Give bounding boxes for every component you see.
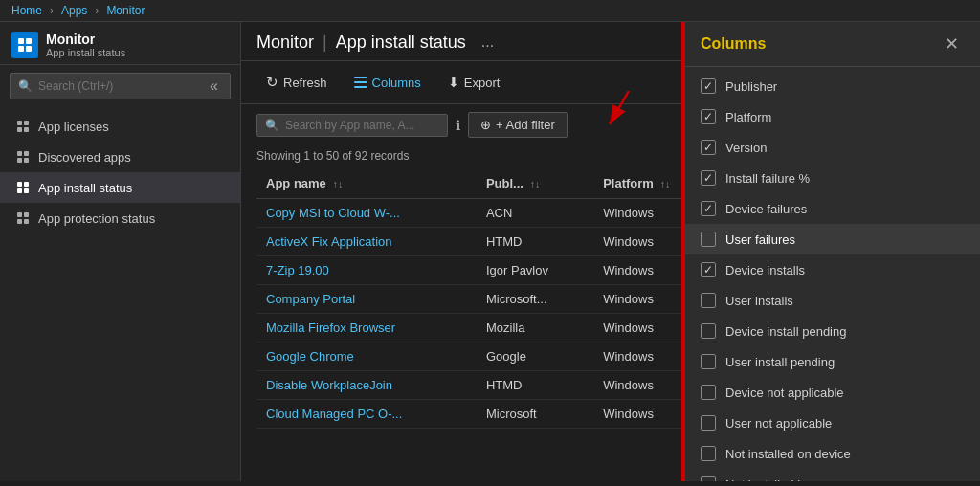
checkbox-publisher[interactable]: ✓ <box>701 78 716 94</box>
breadcrumb-current: Monitor <box>106 4 145 17</box>
export-icon: ⬇ <box>448 75 459 90</box>
app-protection-status-label: App protection status <box>38 211 155 226</box>
column-item-device-installs[interactable]: ✓ Device installs <box>685 254 980 285</box>
breadcrumb-apps[interactable]: Apps <box>61 4 87 17</box>
refresh-button[interactable]: ↻ Refresh <box>256 69 337 96</box>
cell-app-name[interactable]: Company Portal <box>256 285 477 314</box>
column-item-publisher[interactable]: ✓ Publisher <box>685 71 980 101</box>
app-licenses-icon <box>15 119 31 134</box>
column-item-not-installed-on-device[interactable]: Not installed on device <box>685 438 980 469</box>
breadcrumb-home[interactable]: Home <box>11 4 42 17</box>
column-label-device-install-pending: Device install pending <box>725 324 846 339</box>
sidebar-collapse-button[interactable]: « <box>206 77 222 95</box>
checkbox-user-not-applicable[interactable] <box>701 415 716 431</box>
cell-app-name[interactable]: 7-Zip 19.00 <box>256 256 477 285</box>
col-header-app-name[interactable]: App name ↑↓ <box>256 168 477 199</box>
svg-rect-19 <box>24 219 29 224</box>
column-item-device-failures[interactable]: ✓ Device failures <box>685 193 980 224</box>
checkbox-device-failures[interactable]: ✓ <box>701 201 716 216</box>
svg-rect-11 <box>24 158 29 163</box>
svg-rect-7 <box>24 127 29 132</box>
checkbox-install-failure-pct[interactable]: ✓ <box>701 170 716 186</box>
sidebar-title: Monitor <box>46 32 125 47</box>
checkbox-device-not-applicable[interactable] <box>701 385 716 400</box>
refresh-icon: ↻ <box>266 74 278 91</box>
column-label-install-failure-pct: Install failure % <box>725 171 810 186</box>
add-filter-button[interactable]: ⊕ + Add filter <box>468 112 568 138</box>
column-item-not-installed-by-user[interactable]: Not installed by user <box>685 469 980 481</box>
column-item-device-install-pending[interactable]: Device install pending <box>685 316 980 346</box>
svg-rect-4 <box>17 121 22 125</box>
checkbox-version[interactable]: ✓ <box>701 140 716 155</box>
columns-label: Columns <box>372 76 421 90</box>
discovered-apps-label: Discovered apps <box>38 150 131 165</box>
cell-app-name[interactable]: Mozilla Firefox Browser <box>256 314 477 342</box>
svg-rect-12 <box>17 182 22 187</box>
columns-list: ✓ Publisher ✓ Platform ✓ Version ✓ Insta… <box>685 67 980 481</box>
check-mark: ✓ <box>703 263 713 276</box>
cell-app-name[interactable]: Disable WorkplaceJoin <box>256 371 477 400</box>
svg-rect-21 <box>354 81 368 83</box>
cell-app-name[interactable]: Cloud Managed PC O-... <box>256 400 477 429</box>
column-item-user-failures[interactable]: User failures <box>685 224 980 254</box>
column-item-user-installs[interactable]: User installs <box>685 285 980 316</box>
sidebar-item-app-install-status[interactable]: App install status <box>0 172 240 203</box>
column-label-platform: Platform <box>725 110 771 124</box>
cell-app-name[interactable]: Google Chrome <box>256 342 477 371</box>
add-filter-icon: ⊕ <box>480 118 491 132</box>
column-item-install-failure-pct[interactable]: ✓ Install failure % <box>685 163 980 193</box>
checkbox-user-install-pending[interactable] <box>701 354 716 369</box>
discovered-apps-icon <box>15 149 31 165</box>
export-button[interactable]: ⬇ Export <box>438 70 510 95</box>
sidebar-search-input[interactable] <box>38 79 200 93</box>
column-label-user-installs: User installs <box>725 294 793 308</box>
svg-rect-1 <box>26 38 32 44</box>
columns-button[interactable]: Columns <box>345 70 431 96</box>
column-label-not-installed-by-user: Not installed by user <box>725 477 838 482</box>
checkbox-not-installed-on-device[interactable] <box>701 446 716 461</box>
cell-app-name[interactable]: Copy MSI to Cloud W-... <box>256 199 477 228</box>
column-label-version: Version <box>725 141 767 155</box>
sidebar-item-app-licenses[interactable]: App licenses <box>0 111 240 142</box>
column-label-user-install-pending: User install pending <box>725 355 835 369</box>
breadcrumb-sep-2: › <box>95 4 99 17</box>
svg-rect-10 <box>17 158 22 163</box>
column-label-user-failures: User failures <box>725 232 795 247</box>
checkbox-not-installed-by-user[interactable] <box>701 476 716 481</box>
sidebar-app-icon <box>11 32 38 58</box>
column-item-version[interactable]: ✓ Version <box>685 132 980 163</box>
cell-publisher: Mozilla <box>477 314 593 342</box>
svg-rect-22 <box>354 86 368 88</box>
column-label-not-installed-on-device: Not installed on device <box>725 447 851 461</box>
page-title: Monitor | App install status <box>256 33 466 53</box>
app-licenses-label: App licenses <box>38 120 109 134</box>
checkbox-user-installs[interactable] <box>701 293 716 308</box>
svg-rect-9 <box>24 151 29 156</box>
search-icon: 🔍 <box>18 79 33 93</box>
filter-search-input[interactable] <box>285 119 438 132</box>
col-header-publisher[interactable]: Publ... ↑↓ <box>477 168 593 199</box>
columns-icon <box>354 75 368 91</box>
sidebar-search-container: 🔍 « <box>10 73 231 99</box>
column-label-device-installs: Device installs <box>725 263 805 277</box>
checkbox-device-installs[interactable]: ✓ <box>701 262 716 277</box>
sidebar-item-app-protection-status[interactable]: App protection status <box>0 203 240 233</box>
checkbox-device-install-pending[interactable] <box>701 323 716 339</box>
sidebar-item-discovered-apps[interactable]: Discovered apps <box>0 142 240 172</box>
column-item-user-not-applicable[interactable]: User not applicable <box>685 408 980 438</box>
more-options-button[interactable]: ... <box>478 32 498 53</box>
checkbox-user-failures[interactable] <box>701 232 716 247</box>
columns-panel-header: Columns ✕ <box>685 22 980 67</box>
column-label-device-not-applicable: Device not applicable <box>725 386 844 400</box>
breadcrumb-sep-1: › <box>50 4 54 17</box>
svg-rect-3 <box>26 46 32 52</box>
sidebar: Monitor App install status 🔍 « App l <box>0 22 241 481</box>
checkbox-platform[interactable]: ✓ <box>701 109 716 124</box>
info-icon[interactable]: ℹ <box>456 118 460 133</box>
cell-app-name[interactable]: ActiveX Fix Application <box>256 228 477 256</box>
column-item-user-install-pending[interactable]: User install pending <box>685 346 980 377</box>
column-item-device-not-applicable[interactable]: Device not applicable <box>685 377 980 408</box>
app-protection-status-icon <box>15 210 31 226</box>
columns-panel-close-button[interactable]: ✕ <box>939 32 965 56</box>
column-item-platform[interactable]: ✓ Platform <box>685 101 980 132</box>
